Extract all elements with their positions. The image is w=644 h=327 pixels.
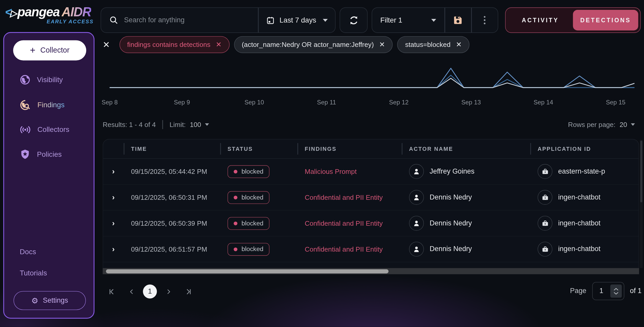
cell-findings[interactable]: Confidential and PII Entity [305,194,383,201]
expand-row-chevron-icon[interactable]: › [112,193,115,202]
findings-sparkline-chart [103,60,637,93]
filter-chip[interactable]: (actor_name:Nedry OR actor_name:Jeffrey)… [234,36,393,53]
limit-label: Limit: [170,121,186,129]
cell-actor-name: Dennis Nedry [430,245,472,253]
chevron-right-icon [165,288,172,295]
x-tick: Sep 8 [89,99,130,106]
current-page-button[interactable]: 1 [143,285,157,298]
settings-button-label: Settings [43,296,68,305]
table-row[interactable]: › 09/12/2025, 06:50:39 PM blocked Confid… [103,210,639,236]
search-section [101,8,258,32]
table-row[interactable]: › 09/12/2025, 06:51:57 PM blocked Confid… [103,236,639,262]
expand-row-chevron-icon[interactable]: › [112,167,115,176]
actor-avatar [409,242,424,257]
broadcast-icon [20,124,31,135]
application-avatar [538,164,552,179]
horizontal-scrollbar-thumb[interactable] [106,269,389,273]
filter-select[interactable]: Filter 1 [372,8,444,32]
expand-row-chevron-icon[interactable]: › [112,245,115,254]
page-number-value: 1 [592,287,610,295]
chart-series-series-1 [110,68,634,88]
previous-page-button[interactable] [123,283,140,300]
remove-chip-icon[interactable]: ✕ [379,40,385,49]
status-dot-icon [234,170,237,173]
status-badge-label: blocked [242,245,264,253]
filter-chip-label: (actor_name:Nedry OR actor_name:Jeffrey) [242,41,374,48]
filter-chip[interactable]: findings contains detections ✕ [119,36,229,53]
chart-series-series-2 [110,75,634,88]
cell-findings[interactable]: Confidential and PII Entity [305,219,383,227]
cell-findings[interactable]: Confidential and PII Entity [305,245,383,253]
column-header-time[interactable]: TIME [124,139,220,158]
sidebar-item-findings[interactable]: Findings [20,98,64,111]
briefcase-icon [541,194,549,201]
clear-all-filters-button[interactable]: ✕ [103,40,110,49]
application-avatar [538,216,552,231]
logo-play-triangle-icon: ▷ [10,8,17,19]
first-page-button[interactable] [104,283,120,300]
chevron-up-icon [613,288,618,290]
column-header-actor-name[interactable]: ACTOR NAME [402,139,530,158]
actor-avatar [409,216,424,231]
page-stepper[interactable] [610,285,621,298]
expand-column-header [103,139,123,158]
table-row[interactable]: › 09/12/2025, 06:50:31 PM blocked Confid… [103,184,639,210]
status-badge-label: blocked [242,168,264,175]
vertical-scrollbar[interactable] [640,140,643,268]
column-header-application-id[interactable]: APPLICATION ID [530,139,639,158]
expand-row-chevron-icon[interactable]: › [112,219,115,228]
sidebar-item-policies[interactable]: Policies [20,148,62,161]
tab-detections[interactable]: DETECTIONS [573,10,638,30]
date-range-button[interactable]: Last 7 days [259,8,335,32]
remove-chip-icon[interactable]: ✕ [216,40,222,49]
filter-chips-row: ✕ findings contains detections ✕ (actor_… [103,36,470,53]
actor-avatar [409,164,424,179]
horizontal-scrollbar[interactable] [103,268,639,274]
column-header-status[interactable]: STATUS [220,139,297,158]
status-dot-icon [234,247,237,251]
limit-value[interactable]: 100 [190,121,201,129]
cell-actor-name: Jeffrey Goines [430,167,474,176]
sidebar-item-visibility[interactable]: Visibility [20,73,63,86]
page-jump-controls: Page 1 of 1 [570,282,641,300]
cell-time: 09/12/2025, 06:50:31 PM [131,194,207,201]
status-badge: blocked [228,217,270,230]
vertical-scrollbar-thumb[interactable] [640,141,642,202]
chevron-down-icon [431,19,436,22]
page-number-input[interactable]: 1 [592,282,624,300]
next-page-button[interactable] [160,283,177,300]
remove-chip-icon[interactable]: ✕ [456,40,462,49]
refresh-button[interactable] [340,8,368,33]
findings-globe-magnifier-icon [20,99,31,110]
table-row[interactable]: › 09/15/2025, 05:44:42 PM blocked Malici… [103,159,639,184]
cell-time: 09/12/2025, 06:51:57 PM [131,245,207,253]
chevron-down-icon[interactable] [205,123,209,126]
save-filter-button[interactable] [445,8,471,32]
briefcase-icon [541,245,549,253]
chevron-down-icon[interactable] [631,123,635,126]
briefcase-icon [541,168,549,175]
filter-chip[interactable]: status=blocked ✕ [397,36,470,53]
brand-logo[interactable]: <▷pangeaAIDR EARLY ACCESS [5,5,95,25]
early-access-tagline: EARLY ACCESS [5,19,95,25]
cell-application-id: ingen-chatbot [558,245,600,253]
cell-findings[interactable]: Malicious Prompt [305,168,357,175]
sidebar-link-docs[interactable]: Docs [20,247,36,256]
rows-per-page-value[interactable]: 20 [620,121,627,129]
column-header-findings[interactable]: FINDINGS [297,139,402,158]
status-badge-label: blocked [242,194,264,201]
sidebar-item-collectors[interactable]: Collectors [20,123,69,136]
more-options-button[interactable] [472,8,498,32]
table-header: TIME STATUS FINDINGS ACTOR NAME APPLICAT… [103,139,639,159]
add-collector-button[interactable]: + Collector [13,40,86,60]
filter-select-value: Filter 1 [380,16,402,24]
tab-activity[interactable]: ACTIVITY [508,10,573,30]
last-page-button[interactable] [180,283,196,300]
kebab-icon [484,16,486,24]
save-icon [453,15,463,25]
sidebar-link-tutorials[interactable]: Tutorials [20,269,47,278]
search-input[interactable] [124,16,250,24]
brand-name: pangea [17,5,60,20]
settings-button[interactable]: ⚙ Settings [13,291,86,310]
calendar-icon [266,16,274,24]
